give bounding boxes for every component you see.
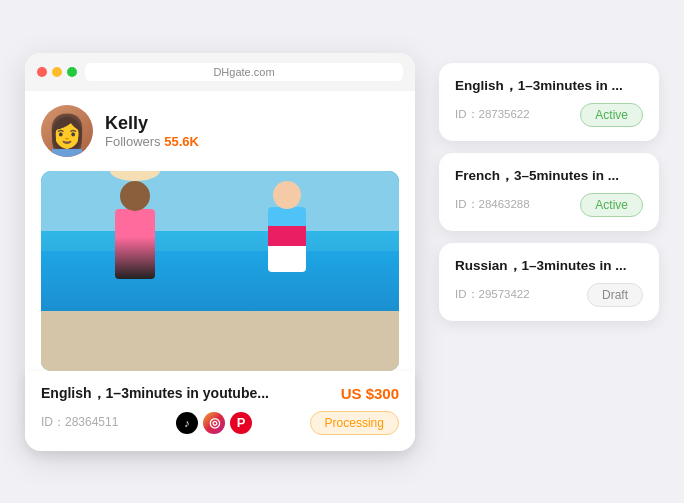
listing-id-1: ID：28463288 <box>455 197 530 212</box>
instagram-icon[interactable]: ◎ <box>203 412 225 434</box>
dot-yellow[interactable] <box>52 67 62 77</box>
profile-followers: Followers 55.6K <box>105 134 199 149</box>
listing-footer-2: ID：29573422 Draft <box>455 283 643 307</box>
listing-card-2[interactable]: Russian，1–3minutes in ... ID：29573422 Dr… <box>439 243 659 321</box>
info-card: English，1–3minutes in youtube... US $300… <box>25 371 415 451</box>
listing-status-2: Draft <box>587 283 643 307</box>
browser-toolbar: DHgate.com <box>25 53 415 91</box>
avatar <box>41 105 93 157</box>
figure-right <box>247 181 327 321</box>
listing-title-1: French，3–5minutes in ... <box>455 167 643 185</box>
listing-footer-0: ID：28735622 Active <box>455 103 643 127</box>
head-left <box>120 181 150 211</box>
browser-content: Kelly Followers 55.6K <box>25 91 415 371</box>
dot-red[interactable] <box>37 67 47 77</box>
figure-left <box>95 181 175 321</box>
info-top: English，1–3minutes in youtube... US $300 <box>41 385 399 403</box>
head-right <box>273 181 301 209</box>
main-container: DHgate.com Kelly Followers 55.6K <box>5 33 679 471</box>
info-bottom: ID：28364511 ♪ ◎ P Processing <box>41 411 399 435</box>
social-icons: ♪ ◎ P <box>176 412 252 434</box>
listing-id-0: ID：28735622 <box>455 107 530 122</box>
listing-id-2: ID：29573422 <box>455 287 530 302</box>
dot-green[interactable] <box>67 67 77 77</box>
hero-image <box>41 171 399 371</box>
listing-card-0[interactable]: English，1–3minutes in ... ID：28735622 Ac… <box>439 63 659 141</box>
id-label: ID： <box>41 415 65 429</box>
listing-title-0: English，1–3minutes in ... <box>455 77 643 95</box>
followers-count: 55.6K <box>164 134 199 149</box>
profile-info: Kelly Followers 55.6K <box>105 113 199 149</box>
id-value: 28364511 <box>65 415 118 429</box>
pinterest-icon[interactable]: P <box>230 412 252 434</box>
listing-title-2: Russian，1–3minutes in ... <box>455 257 643 275</box>
info-id: ID：28364511 <box>41 414 118 431</box>
listing-card-1[interactable]: French，3–5minutes in ... ID：28463288 Act… <box>439 153 659 231</box>
listing-status-0: Active <box>580 103 643 127</box>
browser-url-bar[interactable]: DHgate.com <box>85 63 403 81</box>
info-price: US $300 <box>341 385 399 402</box>
profile-name: Kelly <box>105 113 199 134</box>
browser-card: DHgate.com Kelly Followers 55.6K <box>25 53 415 451</box>
status-badge-processing[interactable]: Processing <box>310 411 399 435</box>
avatar-image <box>41 105 93 157</box>
browser-dots <box>37 67 77 77</box>
listing-status-1: Active <box>580 193 643 217</box>
hat <box>110 171 160 181</box>
tiktok-icon[interactable]: ♪ <box>176 412 198 434</box>
followers-label: Followers <box>105 134 161 149</box>
body-left <box>115 209 155 279</box>
right-panel: English，1–3minutes in ... ID：28735622 Ac… <box>439 63 659 321</box>
info-title: English，1–3minutes in youtube... <box>41 385 341 403</box>
body-right <box>268 207 306 272</box>
profile-row: Kelly Followers 55.6K <box>41 105 399 157</box>
pool-scene <box>41 171 399 371</box>
listing-footer-1: ID：28463288 Active <box>455 193 643 217</box>
